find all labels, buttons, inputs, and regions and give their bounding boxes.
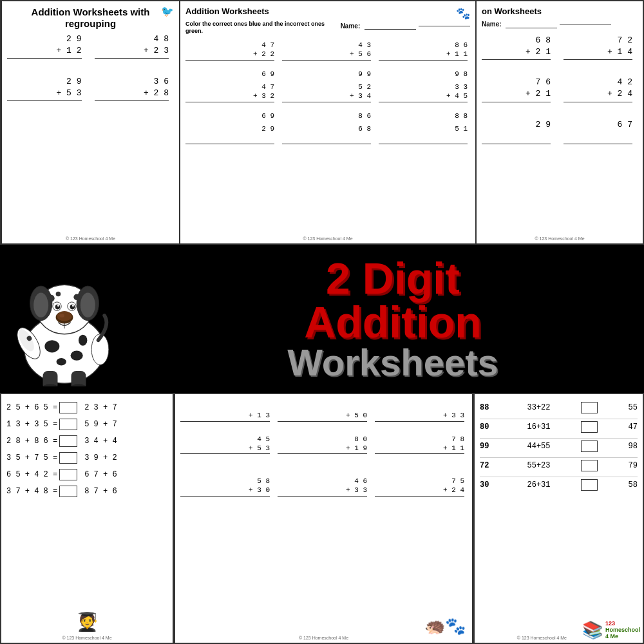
- eq-row: 1 3 + 3 5 = 5 9 + 7: [6, 419, 167, 430]
- answer-input-box[interactable]: [59, 435, 77, 447]
- top-worksheets-section: Addition Worksheets with regrouping 🐦 2 …: [0, 0, 644, 245]
- math-problem: + 5 0: [278, 402, 370, 431]
- eq-row: 6 5 + 4 2 = 6 7 + 6: [6, 469, 167, 480]
- middle-banner: 2 Digit Addition Worksheets: [0, 245, 644, 393]
- divider: [480, 457, 638, 458]
- math-problem: + 3 3: [375, 402, 467, 431]
- math-problem: 2 9 + 5 3: [7, 76, 87, 113]
- math-problem: 2 9: [482, 119, 556, 156]
- bp2-header: + 1 3 + 5 0 + 3 3: [180, 402, 467, 431]
- math-problem: 3 6 + 2 8: [95, 76, 175, 113]
- math-problem: 2 9 + 1 2: [7, 33, 87, 71]
- bottom-panel-2: + 1 3 + 5 0 + 3 3 4 5+ 5 3 8 0+ 1 9 7 8+…: [174, 393, 473, 644]
- answer-check-row: 30 26+31 58: [480, 479, 638, 491]
- svg-point-19: [47, 294, 54, 301]
- panel3-title: on Worksheets: [482, 6, 611, 17]
- banner-line2: Addition: [155, 300, 631, 344]
- bottom-panel-1: 2 5 + 6 5 = 2 3 + 7 1 3 + 3 5 = 5 9 + 7 …: [0, 393, 174, 644]
- math-problem: 4 6+ 3 3: [278, 477, 370, 515]
- worksheet-panel-3: on Worksheets Name: 6 8+ 2 1 7 2+ 1 4 7 …: [477, 0, 644, 245]
- math-problem: 4 8 + 2 3: [95, 33, 175, 71]
- math-problem: 7 8+ 1 1: [375, 435, 467, 473]
- answer-input-box[interactable]: [59, 469, 77, 480]
- math-problem: 2 9: [185, 124, 277, 153]
- logo-123: 123 Homeschool 4 Me: [605, 621, 640, 640]
- copyright-panel3: © 123 Homeschool 4 Me: [535, 236, 584, 241]
- answer-input-box[interactable]: [59, 419, 77, 430]
- panel2-problems: 4 7+ 2 2 6 9 4 3+ 5 6 9 9 8 6+ 1 1 9 8 4…: [185, 41, 470, 153]
- math-problem: 4 3+ 5 6 9 9: [282, 41, 374, 79]
- math-problem: 8 0+ 1 9: [278, 435, 370, 473]
- svg-point-21: [56, 292, 61, 297]
- answer-check-box[interactable]: [581, 479, 598, 491]
- bottom-worksheets-section: 2 5 + 6 5 = 2 3 + 7 1 3 + 3 5 = 5 9 + 7 …: [0, 393, 644, 644]
- panel1-problems: 2 9 + 1 2 4 8 + 2 3 2 9 + 5 3 3 6 + 2 8: [7, 33, 174, 113]
- panel2-title: Addition Worksheets: [185, 6, 341, 17]
- answer-check-box[interactable]: [581, 402, 598, 413]
- copyright-bp3: © 123 Homeschool 4 Me: [517, 636, 567, 640]
- svg-point-20: [73, 294, 80, 301]
- math-problem: 6 8+ 2 1: [482, 35, 556, 72]
- panel1-icon: 🐦: [161, 5, 174, 17]
- math-problem: 7 6+ 2 1: [482, 77, 556, 114]
- panel2-subtitle: Color the correct ones blue and the inco…: [185, 21, 341, 35]
- bottom-logo-area: 📚 123 Homeschool 4 Me: [582, 620, 640, 640]
- panel3-name: Name:: [482, 21, 611, 28]
- answer-input-box[interactable]: [59, 486, 77, 497]
- panel2-name: Name:: [341, 22, 470, 30]
- math-problem: 4 2+ 2 4: [564, 77, 638, 114]
- answer-check-box[interactable]: [581, 421, 598, 433]
- math-problem: 4 7+ 3 2 6 9: [185, 82, 277, 120]
- math-problem: 3 3+ 4 5 8 8: [379, 82, 470, 120]
- svg-point-4: [79, 335, 87, 346]
- panel3-problems: 6 8+ 2 1 7 2+ 1 4 7 6+ 2 1 4 2+ 2 4 2 9 …: [482, 35, 638, 156]
- worksheet-panel-2: Addition Worksheets Color the correct on…: [180, 0, 477, 245]
- bookshelf-icon: 📚: [582, 620, 603, 640]
- bottom-cartoon-1: 🧑‍🎓: [76, 611, 99, 632]
- bp3-rows: 88 33+22 55 80 16+31 47 99 44+55 98: [480, 402, 638, 491]
- answer-check-row: 88 33+22 55: [480, 402, 638, 413]
- svg-point-18: [59, 314, 64, 317]
- bp1-equations: 2 5 + 6 5 = 2 3 + 7 1 3 + 3 5 = 5 9 + 7 …: [6, 402, 167, 497]
- math-problem: 4 7+ 2 2 6 9: [185, 41, 277, 79]
- math-problem: 4 5+ 5 3: [180, 435, 272, 473]
- math-problem: 7 5+ 2 4: [375, 477, 467, 515]
- svg-point-9: [80, 293, 95, 317]
- bp2-problems: 4 5+ 5 3 8 0+ 1 9 7 8+ 1 1 5 8+ 3 0 4 6+…: [180, 435, 467, 515]
- dalmatian-dog: [0, 245, 142, 393]
- eq-row: 2 5 + 6 5 = 2 3 + 7: [6, 402, 167, 413]
- answer-check-box[interactable]: [581, 460, 598, 471]
- math-problem: 8 6+ 1 1 9 8: [379, 41, 470, 79]
- math-problem: 7 2+ 1 4: [564, 35, 638, 72]
- banner-text-block: 2 Digit Addition Worksheets: [142, 250, 644, 388]
- math-problem: 5 8+ 3 0: [180, 477, 272, 515]
- bottom-cartoon-2: 🦔🐾: [424, 616, 466, 636]
- divider: [480, 438, 638, 439]
- svg-point-2: [71, 351, 83, 361]
- banner-line1: 2 Digit: [155, 256, 631, 300]
- panel2-icon: 🐾: [456, 6, 470, 21]
- math-problem: 6 7: [564, 119, 638, 156]
- copyright-bp2: © 123 Homeschool 4 Me: [299, 636, 348, 640]
- answer-check-row: 80 16+31 47: [480, 421, 638, 433]
- worksheet-panel-1: Addition Worksheets with regrouping 🐦 2 …: [0, 0, 180, 245]
- copyright-panel1: © 123 Homeschool 4 Me: [66, 236, 115, 241]
- math-problem: 5 2+ 3 4 8 6: [282, 82, 374, 120]
- eq-row: 3 5 + 7 5 = 3 9 + 2: [6, 452, 167, 464]
- copyright-panel2: © 123 Homeschool 4 Me: [303, 236, 352, 241]
- svg-point-14: [57, 305, 59, 307]
- banner-line3: Worksheets: [155, 344, 631, 381]
- answer-input-box[interactable]: [59, 452, 77, 464]
- divider: [480, 419, 638, 419]
- divider: [480, 477, 638, 477]
- bottom-panel-3: 88 33+22 55 80 16+31 47 99 44+55 98: [473, 393, 644, 644]
- eq-row: 2 8 + 8 6 = 3 4 + 4: [6, 435, 167, 447]
- answer-check-box[interactable]: [581, 440, 598, 452]
- eq-row: 3 7 + 4 8 = 8 7 + 6: [6, 486, 167, 497]
- answer-input-box[interactable]: [59, 402, 77, 413]
- math-problem: 5 1: [379, 124, 470, 153]
- svg-point-3: [57, 358, 66, 365]
- svg-point-1: [44, 340, 59, 352]
- svg-point-17: [57, 311, 72, 321]
- answer-check-row: 72 55+23 79: [480, 460, 638, 471]
